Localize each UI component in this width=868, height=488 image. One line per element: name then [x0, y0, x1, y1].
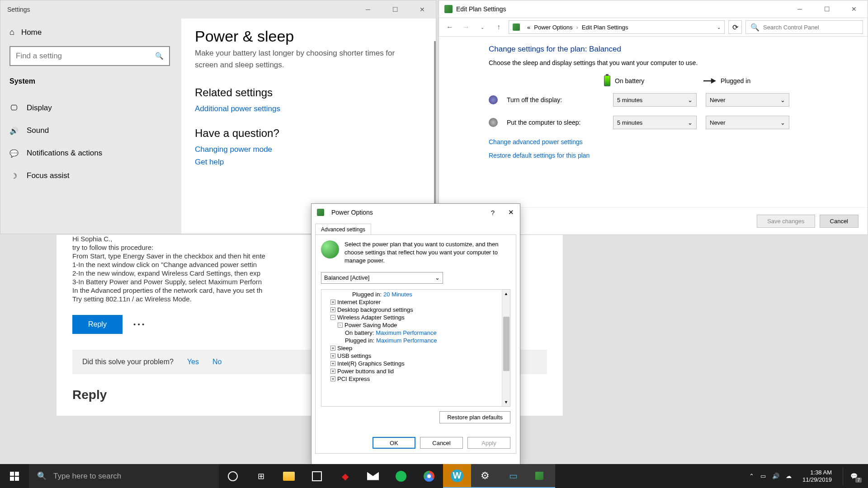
collapse-icon[interactable]: -: [330, 315, 335, 320]
close-button[interactable]: ✕: [840, 0, 868, 18]
additional-power-link[interactable]: Additional power settings: [195, 104, 422, 113]
display-battery-select[interactable]: 5 minutes⌄: [613, 93, 697, 107]
breadcrumb[interactable]: « Power Options › Edit Plan Settings ⌄: [509, 20, 725, 34]
sleep-row: Put the computer to sleep: 5 minutes⌄ Ne…: [489, 116, 818, 129]
onedrive-tray-icon[interactable]: ☁: [786, 473, 792, 479]
nav-focus-assist[interactable]: ☽Focus assist: [9, 164, 172, 187]
app-button-active[interactable]: W: [443, 464, 471, 488]
control-panel-search[interactable]: 🔍: [745, 20, 863, 34]
tree-item[interactable]: -Wireless Adapter Settings: [323, 314, 501, 321]
recent-dropdown[interactable]: ⌄: [476, 21, 489, 33]
settings-taskbar-button[interactable]: ⚙: [471, 464, 499, 488]
task-view-button[interactable]: ⊞: [247, 464, 275, 488]
plan-heading: Change settings for the plan: Balanced: [489, 45, 818, 54]
bc-power-options[interactable]: Power Options: [534, 24, 572, 31]
back-button[interactable]: ←: [443, 21, 456, 33]
advanced-link[interactable]: Change advanced power settings: [489, 138, 818, 145]
red-app-icon: ◆: [342, 471, 349, 482]
bc-edit-plan[interactable]: Edit Plan Settings: [582, 24, 628, 31]
up-button[interactable]: ↑: [492, 21, 505, 33]
settings-search-input[interactable]: [16, 52, 155, 61]
store-icon: [312, 471, 322, 481]
ok-button[interactable]: OK: [373, 437, 415, 449]
battery-tray-icon[interactable]: ▭: [760, 473, 766, 479]
store-button[interactable]: [303, 464, 331, 488]
tree-item[interactable]: +Internet Explorer: [323, 298, 501, 306]
reply-button[interactable]: Reply: [72, 315, 123, 334]
expand-icon[interactable]: +: [330, 361, 335, 366]
nav-display[interactable]: 🖵Display: [9, 97, 172, 119]
expand-icon[interactable]: +: [330, 353, 335, 358]
tree-item[interactable]: -Power Saving Mode: [323, 321, 501, 329]
home-link[interactable]: ⌂ Home: [9, 28, 172, 37]
save-changes-button[interactable]: Save changes: [757, 215, 815, 228]
tray-chevron-icon[interactable]: ⌃: [749, 473, 754, 479]
apply-button[interactable]: Apply: [467, 437, 510, 449]
settings-tree[interactable]: Plugged in: 20 Minutes +Internet Explore…: [321, 289, 510, 407]
scroll-up-icon[interactable]: ▲: [502, 290, 510, 298]
settings-search-box[interactable]: 🔍: [9, 46, 170, 66]
action-center-button[interactable]: 💬 7: [843, 467, 864, 485]
start-button[interactable]: [0, 464, 29, 488]
yes-link[interactable]: Yes: [187, 358, 199, 366]
spotify-button[interactable]: [387, 464, 415, 488]
minimize-button[interactable]: ─: [786, 0, 813, 18]
tree-item[interactable]: +Sleep: [323, 344, 501, 352]
home-label: Home: [21, 28, 42, 37]
volume-tray-icon[interactable]: 🔊: [772, 473, 779, 479]
scroll-down-icon[interactable]: ▼: [502, 398, 510, 406]
cancel-button[interactable]: Cancel: [420, 437, 463, 449]
restore-plan-defaults-button[interactable]: Restore plan defaults: [439, 411, 510, 423]
help-button[interactable]: ?: [484, 209, 502, 216]
power-options-taskbar-button[interactable]: [527, 464, 555, 488]
file-explorer-button[interactable]: [275, 464, 303, 488]
no-link[interactable]: No: [212, 358, 222, 366]
nav-notifications[interactable]: 💬Notifications & actions: [9, 142, 172, 164]
maximize-button[interactable]: ☐: [382, 0, 409, 19]
tree-scrollbar[interactable]: ▲ ▼: [502, 290, 510, 406]
refresh-button[interactable]: ⟳: [728, 20, 742, 34]
cp-search-input[interactable]: [763, 24, 858, 31]
advanced-settings-tab[interactable]: Advanced settings: [315, 224, 371, 235]
sleep-battery-select[interactable]: 5 minutes⌄: [613, 116, 697, 129]
maximize-button[interactable]: ☐: [813, 0, 840, 18]
power-icon: [513, 23, 520, 31]
app-button[interactable]: ◆: [331, 464, 359, 488]
chevron-down-icon[interactable]: ⌄: [717, 25, 721, 30]
control-panel-taskbar-button[interactable]: ▭: [499, 464, 527, 488]
tree-value[interactable]: Plugged in: 20 Minutes: [323, 291, 501, 298]
close-button[interactable]: ✕: [502, 208, 520, 216]
tree-value[interactable]: Plugged in: Maximum Performance: [323, 337, 501, 344]
sleep-plugged-select[interactable]: Never⌄: [706, 116, 789, 129]
minimize-button[interactable]: ─: [354, 0, 382, 19]
changing-power-link[interactable]: Changing power mode: [195, 145, 422, 154]
mail-button[interactable]: [359, 464, 387, 488]
restore-defaults-link[interactable]: Restore default settings for this plan: [489, 152, 818, 159]
tree-item[interactable]: +Intel(R) Graphics Settings: [323, 360, 501, 367]
tree-item[interactable]: +USB settings: [323, 352, 501, 360]
expand-icon[interactable]: +: [330, 346, 335, 351]
forward-button[interactable]: →: [460, 21, 472, 33]
cancel-button[interactable]: Cancel: [820, 215, 859, 228]
expand-icon[interactable]: +: [330, 300, 335, 305]
more-button[interactable]: • • •: [124, 315, 153, 333]
expand-icon[interactable]: +: [330, 307, 335, 312]
collapse-icon[interactable]: -: [338, 323, 343, 328]
display-off-icon: [489, 95, 498, 104]
close-button[interactable]: ✕: [409, 0, 436, 19]
display-plugged-select[interactable]: Never⌄: [706, 93, 789, 107]
clock[interactable]: 1:38 AM 11/29/2019: [798, 469, 836, 483]
expand-icon[interactable]: +: [330, 376, 335, 381]
scroll-thumb[interactable]: [503, 317, 509, 371]
tree-item[interactable]: +PCI Express: [323, 375, 501, 383]
cortana-button[interactable]: [219, 464, 247, 488]
taskbar-search[interactable]: 🔍 Type here to search: [29, 464, 219, 488]
tree-item[interactable]: +Desktop background settings: [323, 306, 501, 314]
plan-select-dropdown[interactable]: Balanced [Active] ⌄: [321, 272, 443, 284]
tree-value[interactable]: On battery: Maximum Performance: [323, 329, 501, 337]
tree-item[interactable]: +Power buttons and lid: [323, 367, 501, 375]
expand-icon[interactable]: +: [330, 369, 335, 374]
nav-sound[interactable]: 🔊Sound: [9, 119, 172, 142]
get-help-link[interactable]: Get help: [195, 158, 422, 167]
chrome-button[interactable]: [415, 464, 443, 488]
